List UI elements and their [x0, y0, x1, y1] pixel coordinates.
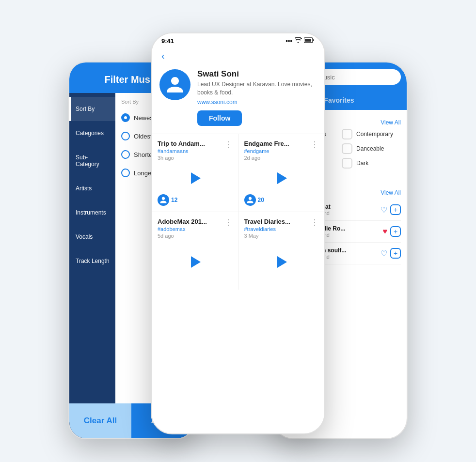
clear-all-button[interactable]: Clear All — [69, 403, 131, 438]
status-bar: 9:41 ▪▪▪ — [152, 33, 324, 46]
track-3-add-icon[interactable]: + — [390, 248, 401, 259]
sidebar-nav: Sort By Categories Sub-Category Artists … — [69, 93, 115, 439]
play-triangle-2-icon — [277, 172, 287, 184]
genre-contemporary[interactable]: Contemporary — [342, 129, 401, 139]
profile-section: Swati Soni Lead UX Designer at Karavan. … — [152, 63, 324, 134]
feed-item-4: Travel Diaries... #traveldiaries 3 May ⋮ — [238, 212, 325, 290]
wifi-icon — [294, 37, 302, 45]
feed-item-3-tag: #adobemax — [158, 226, 207, 232]
feed-item-2-time: 2d ago — [244, 155, 289, 161]
sidebar-item-vocals[interactable]: Vocals — [69, 225, 115, 249]
feed-item-2-header: Endgame Fre... #endgame 2d ago ⋮ — [244, 140, 319, 161]
genre-danceable-checkbox — [342, 143, 352, 154]
feed-item-3-time: 5d ago — [158, 233, 207, 239]
feed-item-2-footer: 20 — [244, 194, 319, 206]
feed-item-4-tag: #traveldiaries — [244, 226, 290, 232]
genre-danceable-label: Danceable — [356, 145, 384, 152]
status-time: 9:41 — [161, 37, 174, 45]
follow-button[interactable]: Follow — [197, 110, 242, 126]
feed-item-1-play-area — [158, 163, 232, 194]
track-3-actions: ♡ + — [381, 248, 401, 259]
radio-oldest-label: Oldest — [134, 133, 152, 140]
feed-grid: Trip to Andam... #andamaans 3h ago ⋮ — [152, 134, 324, 290]
feed-item-4-info: Travel Diaries... #traveldiaries 3 May — [244, 218, 290, 239]
feed-item-1-play-button[interactable] — [186, 169, 204, 187]
radio-oldest-circle — [121, 132, 130, 140]
track-3-like-icon[interactable]: ♡ — [381, 249, 387, 258]
avatar-sm-icon — [159, 196, 167, 204]
feed-item-4-title: Travel Diaries... — [244, 218, 290, 225]
sidebar-item-artists[interactable]: Artists — [69, 176, 115, 200]
feed-item-1-title: Trip to Andam... — [158, 140, 205, 147]
profile-website: www.ssoni.com — [197, 99, 317, 106]
genre-dark-label: Dark — [356, 160, 368, 167]
feed-item-4-play-button[interactable] — [272, 253, 290, 271]
feed-item-2-play-area — [244, 163, 319, 194]
profile-feed-phone: 9:41 ▪▪▪ ‹ — [151, 32, 325, 434]
sidebar-item-categories[interactable]: Categories — [69, 121, 115, 145]
feed-item-2-tag: #endgame — [244, 148, 289, 154]
genre-contemporary-checkbox — [342, 129, 352, 139]
feed-item-3-title: AdobeMax 201... — [158, 218, 207, 225]
genre-dark-checkbox — [342, 158, 352, 169]
play-triangle-4-icon — [277, 256, 287, 268]
track-1-actions: ♡ + — [381, 204, 401, 215]
track-2-actions: ♥ + — [383, 226, 401, 237]
feed-item-3-info: AdobeMax 201... #adobemax 5d ago — [158, 218, 207, 239]
feed-item-1: Trip to Andam... #andamaans 3h ago ⋮ — [152, 134, 238, 212]
feed-item-2-title: Endgame Fre... — [244, 140, 289, 147]
feed-item-3-play-area — [158, 241, 232, 284]
sidebar-item-sub-category[interactable]: Sub-Category — [69, 145, 115, 176]
feed-item-4-time: 3 May — [244, 233, 290, 239]
sidebar-item-track-length[interactable]: Track Length — [69, 249, 115, 273]
feed-item-1-time: 3h ago — [158, 155, 205, 161]
feed-item-3-more-icon[interactable]: ⋮ — [224, 218, 232, 227]
feed-item-4-play-area — [244, 241, 319, 284]
feed-item-1-avatar — [158, 194, 169, 206]
feed-item-3: AdobeMax 201... #adobemax 5d ago ⋮ — [152, 212, 238, 290]
profile-name: Swati Soni — [197, 69, 317, 79]
status-icons: ▪▪▪ — [286, 37, 315, 45]
feed-item-2: Endgame Fre... #endgame 2d ago ⋮ — [238, 134, 325, 212]
feed-item-3-header: AdobeMax 201... #adobemax 5d ago ⋮ — [158, 218, 232, 239]
battery-icon — [304, 37, 315, 45]
radio-newest-circle — [121, 113, 130, 122]
feed-item-2-play-button[interactable] — [272, 169, 290, 187]
profile-subtitle: Lead UX Designer at Karavan. Love movies… — [197, 80, 317, 97]
genre-dark[interactable]: Dark — [342, 158, 401, 169]
feed-item-4-more-icon[interactable]: ⋮ — [311, 218, 318, 227]
feed-item-2-avatar — [244, 194, 256, 206]
play-triangle-3-icon — [191, 256, 201, 268]
sidebar-item-instruments[interactable]: Instruments — [69, 200, 115, 225]
feed-item-1-header: Trip to Andam... #andamaans 3h ago ⋮ — [158, 140, 232, 161]
avatar — [159, 69, 190, 100]
track-2-like-icon[interactable]: ♥ — [383, 227, 388, 236]
feed-item-1-info: Trip to Andam... #andamaans 3h ago — [158, 140, 205, 161]
feed-item-2-more-icon[interactable]: ⋮ — [311, 140, 318, 149]
avatar-icon — [165, 75, 185, 94]
feed-item-4-header: Travel Diaries... #traveldiaries 3 May ⋮ — [244, 218, 319, 239]
genre-danceable[interactable]: Danceable — [342, 143, 401, 154]
feed-item-2-info: Endgame Fre... #endgame 2d ago — [244, 140, 289, 161]
track-1-like-icon[interactable]: ♡ — [381, 205, 387, 215]
tracks-view-all[interactable]: View All — [381, 189, 401, 196]
feed-item-1-tag: #andamaans — [158, 148, 205, 154]
signal-icon: ▪▪▪ — [286, 37, 292, 45]
svg-rect-1 — [305, 39, 311, 42]
genres-view-all[interactable]: View All — [381, 119, 401, 126]
profile-info: Swati Soni Lead UX Designer at Karavan. … — [197, 69, 317, 126]
feed-item-2-count: 20 — [258, 197, 264, 203]
radio-shortest-circle — [121, 150, 130, 159]
track-2-add-icon[interactable]: + — [390, 226, 401, 237]
feed-item-1-footer: 12 — [158, 194, 232, 206]
track-1-add-icon[interactable]: + — [390, 204, 401, 215]
feed-item-1-count: 12 — [171, 197, 177, 203]
play-triangle-icon — [191, 172, 201, 184]
avatar-sm-2-icon — [246, 196, 254, 204]
feed-item-1-more-icon[interactable]: ⋮ — [224, 140, 232, 149]
genre-contemporary-label: Contemporary — [356, 131, 393, 138]
feed-item-3-play-button[interactable] — [186, 253, 204, 271]
sidebar-item-sort-by[interactable]: Sort By — [69, 97, 115, 121]
radio-longest-circle — [121, 169, 130, 177]
back-button[interactable]: ‹ — [158, 48, 169, 63]
